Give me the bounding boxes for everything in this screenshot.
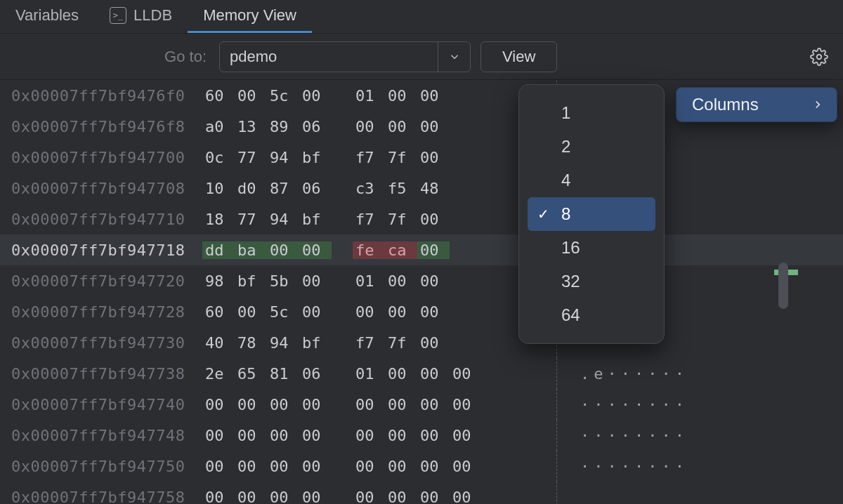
memory-byte[interactable]: 5b [267,272,299,290]
memory-byte[interactable]: 89 [267,118,299,135]
memory-byte[interactable]: 00 [299,458,332,475]
memory-row[interactable]: 0x00007ff7bf947718ddba0000feca00·· [0,234,843,265]
columns-option-2[interactable]: 2 [528,130,655,164]
memory-byte[interactable]: 00 [417,458,450,475]
memory-byte[interactable]: 00 [385,365,417,383]
memory-byte[interactable]: 5c [267,303,299,321]
columns-option-8[interactable]: ✓8 [528,197,655,231]
memory-row[interactable]: 0x00007ff7bf9477400000000000000000······… [0,389,843,420]
memory-byte[interactable]: 00 [385,396,417,413]
memory-byte[interactable]: 00 [385,427,417,444]
memory-byte[interactable]: 00 [417,365,450,383]
memory-byte[interactable]: 00 [299,427,332,444]
memory-byte[interactable]: 00 [353,118,385,135]
memory-byte[interactable]: 00 [450,489,482,505]
memory-byte[interactable]: 65 [235,365,267,383]
memory-byte[interactable]: 00 [417,211,450,228]
memory-byte[interactable]: 00 [353,489,385,505]
memory-byte[interactable]: bf [299,211,332,228]
memory-byte[interactable] [450,211,482,228]
memory-byte[interactable]: 78 [235,334,267,352]
memory-byte[interactable]: 00 [450,427,482,444]
memory-byte[interactable]: 00 [299,241,332,259]
memory-byte[interactable]: 00 [450,396,482,413]
memory-byte[interactable]: 00 [299,87,332,105]
memory-byte[interactable]: 00 [385,458,417,475]
memory-byte[interactable]: 00 [385,118,417,135]
goto-dropdown-toggle[interactable] [438,42,470,72]
memory-byte[interactable]: 00 [353,303,385,321]
memory-byte[interactable]: a0 [202,118,235,135]
memory-byte[interactable]: 00 [450,365,482,383]
memory-byte[interactable]: 00 [417,149,450,166]
memory-row[interactable]: 0x00007ff7bf9477500000000000000000······… [0,451,843,482]
memory-byte[interactable]: f7 [353,334,385,352]
memory-byte[interactable]: 00 [299,303,332,321]
tab-variables[interactable]: Variables [0,0,94,33]
memory-byte[interactable]: 06 [299,118,332,135]
memory-byte[interactable]: 98 [202,272,235,290]
memory-byte[interactable]: 81 [267,365,299,383]
memory-byte[interactable]: 60 [202,87,235,105]
columns-option-32[interactable]: 32 [528,265,655,298]
memory-byte[interactable]: 87 [267,180,299,197]
memory-byte[interactable]: 40 [202,334,235,352]
memory-byte[interactable]: 00 [450,458,482,475]
memory-byte[interactable]: 00 [299,396,332,413]
memory-row[interactable]: 0x00007ff7bf9477580000000000000000 [0,482,843,504]
settings-button[interactable] [804,41,835,72]
columns-option-64[interactable]: 64 [528,298,655,332]
scrollbar-thumb[interactable] [778,263,788,309]
memory-byte[interactable]: 00 [267,427,299,444]
memory-byte[interactable]: 00 [417,272,450,290]
memory-byte[interactable]: 7f [385,149,417,166]
memory-byte[interactable]: 00 [417,118,450,135]
memory-byte[interactable]: fe [353,241,385,259]
goto-input[interactable] [220,42,438,72]
memory-byte[interactable] [450,149,482,166]
memory-byte[interactable]: 00 [385,87,417,105]
memory-byte[interactable]: 00 [235,303,267,321]
memory-byte[interactable]: 48 [417,180,450,197]
memory-byte[interactable]: 94 [267,211,299,228]
columns-option-1[interactable]: 1 [528,96,655,130]
memory-row[interactable]: 0x00007ff7bf94772860005c00000000 [0,296,843,327]
memory-byte[interactable]: 00 [267,396,299,413]
memory-byte[interactable]: 00 [267,458,299,475]
memory-byte[interactable] [450,272,482,290]
memory-byte[interactable]: 77 [235,149,267,166]
memory-byte[interactable]: f7 [353,211,385,228]
memory-byte[interactable]: 00 [235,458,267,475]
memory-byte[interactable]: 00 [417,334,450,352]
memory-byte[interactable]: 00 [235,396,267,413]
memory-byte[interactable]: d0 [235,180,267,197]
memory-byte[interactable] [450,334,482,352]
memory-byte[interactable]: 7f [385,211,417,228]
memory-byte[interactable] [450,87,482,105]
tab-memory-view[interactable]: Memory View [188,0,312,33]
memory-byte[interactable]: 00 [385,272,417,290]
memory-byte[interactable]: 00 [299,489,332,505]
memory-byte[interactable]: 00 [267,489,299,505]
memory-byte[interactable]: 00 [417,396,450,413]
memory-byte[interactable]: 77 [235,211,267,228]
memory-byte[interactable]: 01 [353,272,385,290]
columns-menu-item[interactable]: Columns [676,87,837,122]
memory-byte[interactable]: bf [235,272,267,290]
memory-byte[interactable]: 00 [235,87,267,105]
memory-byte[interactable]: 18 [202,211,235,228]
memory-row[interactable]: 0x00007ff7bf947710187794bff77f00·· [0,204,843,234]
memory-row[interactable]: 0x00007ff7bf947730407894bff77f00 [0,327,843,358]
columns-option-4[interactable]: 4 [528,164,655,197]
memory-byte[interactable]: 00 [235,427,267,444]
memory-byte[interactable]: 7f [385,334,417,352]
memory-byte[interactable]: ca [385,241,417,259]
memory-byte[interactable]: c3 [353,180,385,197]
memory-byte[interactable]: f5 [385,180,417,197]
memory-byte[interactable] [450,118,482,135]
memory-row[interactable]: 0x00007ff7bf9477000c7794bff77f00·· [0,142,843,173]
memory-byte[interactable]: 00 [417,303,450,321]
view-button[interactable]: View [481,41,557,72]
memory-byte[interactable]: 00 [202,427,235,444]
scrollbar[interactable] [781,80,843,504]
